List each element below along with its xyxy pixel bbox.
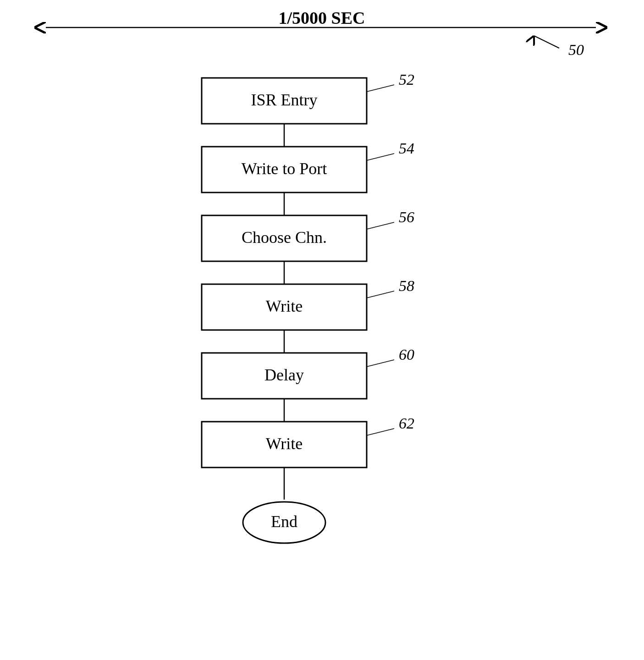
svg-line-0 [534, 36, 559, 48]
diagram-container: 1/5000 SEC 50 ISR Entry 52 Write to Port… [0, 0, 644, 660]
svg-line-7 [367, 291, 394, 298]
ref-54: 54 [399, 140, 414, 157]
ref-60: 60 [399, 346, 414, 363]
svg-line-11 [367, 429, 394, 435]
write-to-port-label: Write to Port [242, 160, 327, 178]
timeline-label: 1/5000 SEC [279, 8, 365, 28]
svg-line-9 [367, 360, 394, 367]
delay-label: Delay [264, 366, 304, 384]
write-2-label: Write [266, 434, 303, 453]
svg-line-3 [367, 154, 394, 160]
isr-entry-label: ISR Entry [251, 91, 317, 109]
ref-52: 52 [399, 71, 414, 88]
end-label: End [271, 512, 297, 531]
svg-line-5 [367, 222, 394, 229]
ref-50: 50 [568, 41, 584, 58]
choose-chn-label: Choose Chn. [242, 228, 327, 247]
ref-56: 56 [399, 209, 414, 226]
ref-58: 58 [399, 277, 414, 294]
write-1-label: Write [266, 297, 303, 315]
svg-line-1 [367, 85, 394, 92]
ref-62: 62 [399, 415, 414, 432]
